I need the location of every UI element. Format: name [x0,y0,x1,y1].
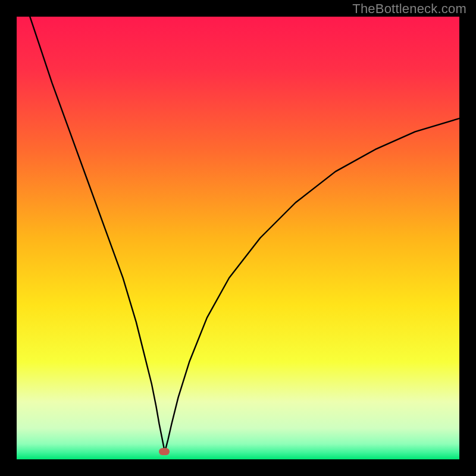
bottleneck-curve [17,17,459,459]
plot-area [17,17,459,459]
watermark-text: TheBottleneck.com [352,1,466,17]
chart-frame: TheBottleneck.com [0,0,476,476]
optimal-point-marker [159,448,170,455]
